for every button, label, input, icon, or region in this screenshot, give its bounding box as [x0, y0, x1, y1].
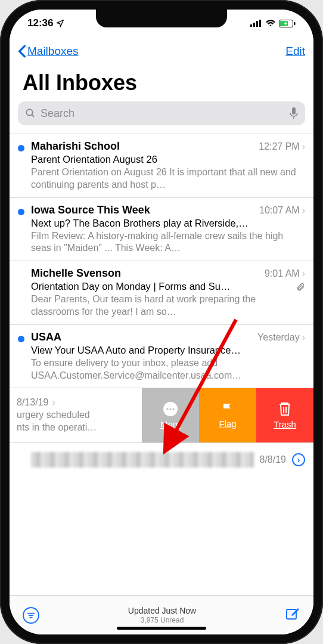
- chevron-right-icon: ›: [52, 397, 55, 408]
- email-preview: Parent Orientation on August 26 It is im…: [31, 166, 305, 191]
- attachment-icon: [296, 282, 305, 292]
- email-time: 12:27 PM: [259, 141, 299, 152]
- email-subject: Parent Orientation August 26: [31, 154, 305, 165]
- email-preview: nts in the operati…: [17, 422, 135, 434]
- email-row[interactable]: Maharishi School 12:27 PM › Parent Orien…: [10, 134, 313, 197]
- swipe-more-label: More: [160, 419, 181, 429]
- svg-rect-1: [253, 23, 255, 27]
- email-sender: Maharishi School: [31, 140, 254, 153]
- email-sender: USAA: [31, 331, 253, 343]
- more-icon: [163, 401, 178, 417]
- svg-point-11: [166, 408, 168, 410]
- swipe-flag-label: Flag: [219, 419, 236, 429]
- back-mailboxes-button[interactable]: Mailboxes: [18, 45, 79, 58]
- filter-button[interactable]: [23, 607, 39, 624]
- email-preview: urgery scheduled: [17, 409, 135, 422]
- search-input[interactable]: Search: [18, 101, 305, 125]
- chevron-right-icon: ›: [302, 205, 305, 216]
- email-row[interactable]: Iowa Source This Week 10:07 AM › Next up…: [10, 197, 313, 261]
- svg-rect-0: [250, 24, 252, 27]
- email-time: 9:01 AM: [265, 268, 300, 279]
- redacted-content: [31, 452, 254, 467]
- flag-icon: [220, 402, 235, 416]
- email-row[interactable]: Michelle Svenson 9:01 AM › Orientation D…: [10, 261, 313, 324]
- compose-icon: [285, 606, 300, 622]
- status-time: 12:36: [27, 17, 53, 29]
- filter-icon: [27, 612, 35, 619]
- email-preview: To ensure delivery to your inbox, please…: [31, 357, 305, 382]
- email-row-redacted[interactable]: 8/8/19 ›: [10, 442, 313, 476]
- svg-rect-9: [292, 107, 296, 114]
- status-unread-count: 3,975 Unread: [128, 616, 196, 624]
- email-sender: Iowa Source This Week: [31, 204, 254, 216]
- swipe-more-button[interactable]: More: [142, 388, 199, 442]
- svg-line-8: [32, 114, 34, 117]
- home-indicator[interactable]: [117, 627, 206, 630]
- email-subject: Next up? The Bacon Brothers play at Rive…: [31, 218, 305, 229]
- email-time: Yesterday: [257, 332, 300, 343]
- location-icon: [56, 19, 64, 27]
- svg-rect-17: [287, 609, 296, 619]
- chevron-right-icon: ›: [302, 141, 305, 152]
- email-subject: Orientation Day on Monday | Forms and Su…: [31, 281, 294, 292]
- unread-dot-icon: [18, 209, 24, 215]
- cellular-icon: [250, 20, 262, 27]
- swipe-trash-label: Trash: [274, 419, 296, 429]
- email-preview: Film Review: A history-making all-female…: [31, 230, 305, 255]
- unread-dot-icon: [18, 336, 24, 342]
- status-updated: Updated Just Now: [128, 606, 196, 616]
- svg-point-13: [172, 408, 174, 410]
- svg-rect-2: [256, 21, 258, 27]
- email-sender: Michelle Svenson: [31, 267, 260, 280]
- thread-indicator-icon[interactable]: ›: [292, 453, 305, 466]
- wifi-icon: [265, 20, 276, 27]
- mic-icon[interactable]: [290, 107, 298, 119]
- email-list: Maharishi School 12:27 PM › Parent Orien…: [10, 131, 313, 595]
- unread-dot-icon: [18, 145, 24, 151]
- mailbox-status: Updated Just Now 3,975 Unread: [128, 606, 196, 624]
- svg-point-12: [169, 408, 171, 410]
- email-subject: View Your USAA Auto and Property Insuran…: [31, 345, 305, 356]
- chevron-right-icon: ›: [302, 268, 305, 279]
- swipe-trash-button[interactable]: Trash: [256, 388, 313, 442]
- page-title: All Inboxes: [10, 67, 313, 101]
- chevron-right-icon: ›: [302, 332, 305, 343]
- edit-button[interactable]: Edit: [285, 45, 305, 58]
- svg-rect-3: [259, 20, 261, 27]
- chevron-left-icon: [18, 45, 26, 58]
- compose-button[interactable]: [285, 606, 300, 624]
- email-time: 8/8/19: [260, 454, 286, 465]
- email-row-swiped[interactable]: 8/13/19 › urgery scheduled nts in the op…: [10, 388, 313, 442]
- svg-rect-6: [294, 22, 296, 25]
- trash-icon: [278, 401, 291, 417]
- back-label: Mailboxes: [27, 45, 79, 58]
- email-preview: Dear Parents, Our team is hard at work p…: [31, 293, 305, 318]
- email-row[interactable]: USAA Yesterday › View Your USAA Auto and…: [10, 324, 313, 388]
- iphone-screen: 12:36 Mailboxes Edit All Inboxes Search: [10, 10, 313, 634]
- email-time: 10:07 AM: [259, 205, 300, 216]
- battery-icon: [279, 20, 296, 27]
- svg-point-7: [26, 109, 33, 116]
- navigation-bar: Mailboxes Edit: [10, 36, 313, 67]
- swipe-flag-button[interactable]: Flag: [199, 388, 256, 442]
- email-time: 8/13/19: [17, 397, 48, 408]
- search-placeholder: Search: [41, 107, 285, 120]
- search-icon: [25, 108, 36, 119]
